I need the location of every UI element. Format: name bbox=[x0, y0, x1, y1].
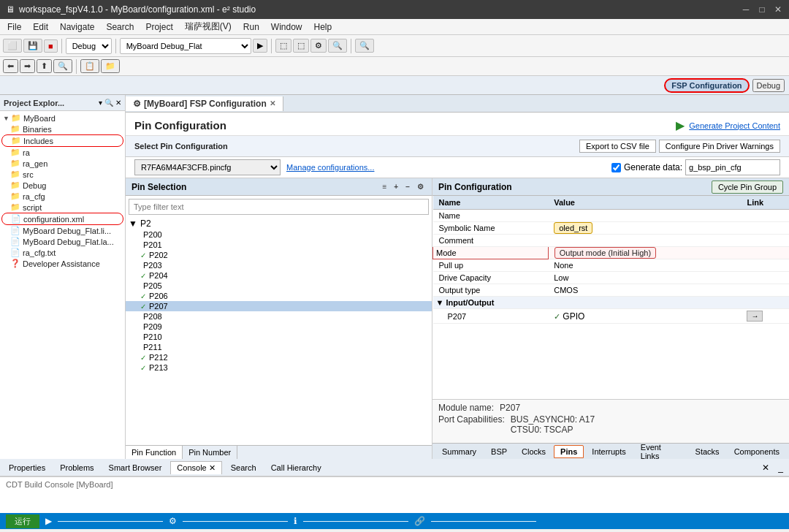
pin-p202[interactable]: ✓P202 bbox=[126, 250, 432, 260]
pin-add-icon[interactable]: + bbox=[392, 182, 400, 191]
console-minimize-icon[interactable]: _ bbox=[775, 463, 786, 473]
tab-bsp[interactable]: BSP bbox=[484, 445, 514, 458]
menu-renesas[interactable]: 瑞萨视图(V) bbox=[180, 20, 236, 34]
pin-remove-icon[interactable]: − bbox=[403, 182, 412, 191]
toolbar-extra1[interactable]: ⬚ bbox=[275, 39, 291, 53]
menu-run[interactable]: Run bbox=[239, 21, 264, 33]
pin-p211[interactable]: P211 bbox=[126, 342, 432, 352]
pin-p213[interactable]: ✓P213 bbox=[126, 362, 432, 373]
toolbar-extra3[interactable]: ⚙ bbox=[310, 39, 327, 53]
pin-p200[interactable]: P200 bbox=[126, 229, 432, 240]
toolbar2-btn1[interactable]: ⬅ bbox=[3, 59, 18, 73]
cycle-pin-group-button[interactable]: Cycle Pin Group bbox=[712, 180, 783, 194]
toolbar-run-button[interactable]: ▶ bbox=[253, 39, 267, 53]
pin-settings-icon[interactable]: ⚙ bbox=[415, 182, 426, 191]
tab-stacks[interactable]: Stacks bbox=[689, 445, 726, 458]
cell-symbolic-value[interactable]: oled_rst bbox=[548, 222, 741, 235]
sidebar-close-icon[interactable]: ✕ bbox=[115, 99, 121, 107]
sidebar-item-debug[interactable]: 📁 Debug bbox=[1, 180, 123, 191]
tab-event-links[interactable]: Event Links bbox=[634, 441, 687, 460]
pin-p2-group[interactable]: ▼ P2 bbox=[126, 218, 432, 229]
toolbar-new-button[interactable]: ⬜ bbox=[3, 39, 22, 53]
toolbar2-btn4[interactable]: 🔍 bbox=[53, 59, 72, 73]
tab-interrupts[interactable]: Interrupts bbox=[585, 445, 632, 458]
menu-edit[interactable]: Edit bbox=[28, 21, 53, 33]
sidebar-item-script[interactable]: 📁 script bbox=[1, 202, 123, 213]
manage-configurations-link[interactable]: Manage configurations... bbox=[286, 163, 374, 172]
generate-project-link[interactable]: Generate Project Content bbox=[689, 121, 780, 130]
pincfg-select[interactable]: R7FA6M4AF3CFB.pincfg bbox=[134, 159, 281, 175]
tab-call-hierarchy[interactable]: Call Hierarchy bbox=[265, 462, 327, 474]
pin-p210[interactable]: P210 bbox=[126, 332, 432, 342]
pin-p204[interactable]: ✓P204 bbox=[126, 270, 432, 281]
tab-smart-browser[interactable]: Smart Browser bbox=[103, 462, 168, 474]
toolbar-stop-button[interactable]: ■ bbox=[44, 39, 58, 53]
tab-clocks[interactable]: Clocks bbox=[515, 445, 552, 458]
pin-p212[interactable]: ✓P212 bbox=[126, 352, 432, 362]
pin-p209[interactable]: P209 bbox=[126, 322, 432, 332]
tab-fsp-configuration[interactable]: ⚙ [MyBoard] FSP Configuration ✕ bbox=[126, 96, 283, 111]
cell-mode-value[interactable]: Output mode (Initial High) bbox=[548, 247, 741, 259]
sidebar-item-debug-flat-li[interactable]: 📄 MyBoard Debug_Flat.li... bbox=[1, 225, 123, 236]
debug-dropdown[interactable]: Debug bbox=[66, 38, 112, 54]
tab-search[interactable]: Search bbox=[225, 462, 262, 474]
toolbar2-btn6[interactable]: 📁 bbox=[101, 59, 120, 73]
sidebar-item-ra-cfg[interactable]: 📁 ra_cfg bbox=[1, 191, 123, 202]
toolbar-search-button[interactable]: 🔍 bbox=[355, 39, 374, 53]
tab-pin-number[interactable]: Pin Number bbox=[183, 446, 237, 459]
tab-components[interactable]: Components bbox=[728, 445, 786, 458]
pin-filter-input[interactable] bbox=[129, 199, 429, 215]
config-dropdown[interactable]: MyBoard Debug_Flat bbox=[120, 38, 251, 54]
sidebar-item-ra[interactable]: 📁 ra bbox=[1, 147, 123, 158]
export-csv-button[interactable]: Export to CSV file bbox=[579, 140, 656, 153]
generate-data-input[interactable] bbox=[685, 159, 780, 175]
generate-checkbox[interactable] bbox=[611, 163, 621, 172]
pin-list-icon[interactable]: ≡ bbox=[380, 182, 389, 191]
configure-warnings-button[interactable]: Configure Pin Driver Warnings bbox=[659, 140, 780, 153]
minimize-button[interactable]: ─ bbox=[741, 4, 751, 15]
sidebar-item-includes[interactable]: 📁 Includes bbox=[1, 134, 123, 147]
cell-drive-value[interactable]: Low bbox=[548, 272, 741, 284]
sidebar-filter-icon[interactable]: 🔍 bbox=[104, 99, 113, 107]
cell-p207-value[interactable]: ✓ GPIO bbox=[548, 309, 741, 324]
maximize-button[interactable]: □ bbox=[757, 4, 767, 15]
tab-console[interactable]: Console ✕ bbox=[170, 461, 221, 474]
tab-properties[interactable]: Properties bbox=[3, 462, 51, 474]
tab-summary[interactable]: Summary bbox=[435, 445, 483, 458]
pin-p208[interactable]: P208 bbox=[126, 311, 432, 322]
pin-p203[interactable]: P203 bbox=[126, 260, 432, 270]
sidebar-item-myboard[interactable]: ▼ 📁 MyBoard bbox=[1, 113, 123, 123]
toolbar-extra2[interactable]: ⬚ bbox=[293, 39, 309, 53]
toolbar2-btn3[interactable]: ⬆ bbox=[37, 59, 52, 73]
sidebar-item-debug-flat-la[interactable]: 📄 MyBoard Debug_Flat.la... bbox=[1, 236, 123, 247]
cell-comment-value[interactable] bbox=[548, 235, 741, 247]
menu-window[interactable]: Window bbox=[267, 21, 307, 33]
gpio-arrow-button[interactable]: → bbox=[747, 311, 763, 322]
cell-output-type-value[interactable]: CMOS bbox=[548, 284, 741, 297]
menu-search[interactable]: Search bbox=[102, 21, 138, 33]
pin-p206[interactable]: ✓P206 bbox=[126, 291, 432, 301]
sidebar-item-src[interactable]: 📁 src bbox=[1, 169, 123, 180]
menu-file[interactable]: File bbox=[3, 21, 26, 33]
toolbar2-btn2[interactable]: ➡ bbox=[20, 59, 35, 73]
cell-p207-link[interactable]: → bbox=[741, 309, 789, 324]
tab-pins[interactable]: Pins bbox=[554, 445, 584, 458]
sidebar-item-ra-cfg-txt[interactable]: 📄 ra_cfg.txt bbox=[1, 247, 123, 258]
menu-help[interactable]: Help bbox=[310, 21, 337, 33]
pin-p201[interactable]: P201 bbox=[126, 240, 432, 250]
tab-problems[interactable]: Problems bbox=[54, 462, 99, 474]
sidebar-item-configuration-xml[interactable]: 📄 configuration.xml bbox=[1, 213, 123, 225]
title-bar-controls[interactable]: ─ □ ✕ bbox=[741, 4, 783, 15]
sidebar-collapse-icon[interactable]: ▾ bbox=[99, 99, 102, 107]
menu-navigate[interactable]: Navigate bbox=[56, 21, 99, 33]
sidebar-item-ra-gen[interactable]: 📁 ra_gen bbox=[1, 158, 123, 169]
cell-pullup-value[interactable]: None bbox=[548, 259, 741, 272]
debug-button[interactable]: Debug bbox=[752, 79, 785, 92]
pin-p207[interactable]: ✓P207 bbox=[126, 301, 432, 311]
tab-close-fsp[interactable]: ✕ bbox=[270, 99, 275, 107]
sidebar-item-developer-assistance[interactable]: ❓ Developer Assistance bbox=[1, 258, 123, 269]
sidebar-item-binaries[interactable]: 📁 Binaries bbox=[1, 123, 123, 134]
pin-p205[interactable]: P205 bbox=[126, 281, 432, 291]
console-close-icon[interactable]: ✕ bbox=[759, 463, 772, 473]
menu-project[interactable]: Project bbox=[141, 21, 177, 33]
